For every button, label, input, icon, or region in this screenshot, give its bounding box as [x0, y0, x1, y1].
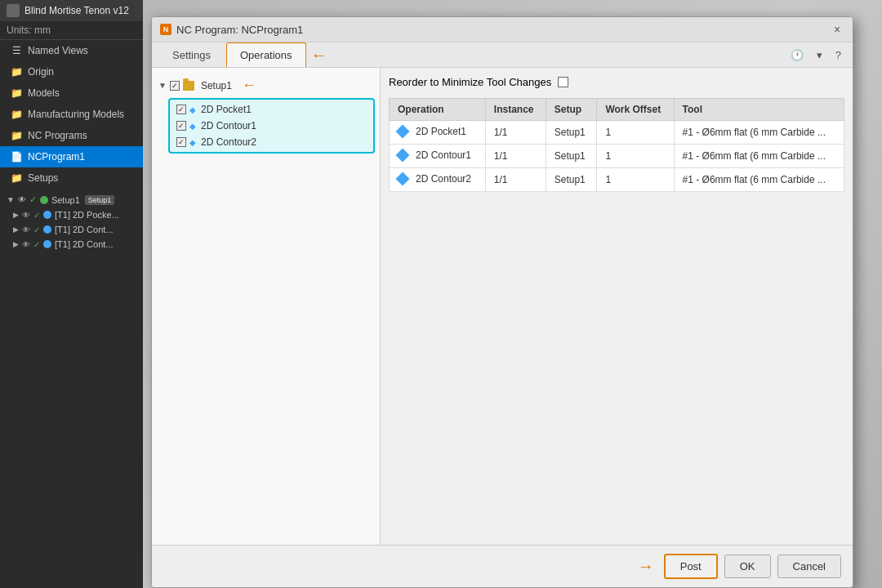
eye-icon-2: 👁 [22, 225, 30, 234]
sidebar-item-named-views[interactable]: ☰ Named Views [0, 40, 143, 61]
sidebar-tree: ▼ 👁 ✓ Setup1 Setup1 ▶ 👁 ✓ [T1] 2D Pocke.… [0, 189, 143, 255]
cell-setup: Setup1 [546, 121, 597, 145]
nc-tree-contour1[interactable]: ✓ ◆ 2D Contour1 [170, 118, 373, 134]
eye-icon: 👁 [18, 195, 26, 204]
app-icon [7, 4, 20, 17]
operations-table: Operation Instance Setup Work Offset Too… [389, 98, 844, 192]
sidebar-item-setups[interactable]: 📁 Setups [0, 167, 143, 189]
setup1-label: Setup1 [201, 80, 232, 91]
tree-contour2[interactable]: ▶ 👁 ✓ [T1] 2D Cont... [0, 237, 143, 252]
table-row[interactable]: 2D Pocket11/1Setup11#1 - Ø6mm flat (6 mm… [390, 121, 844, 145]
cell-operation: 2D Contour1 [390, 145, 486, 168]
nc-programs-icon: 📁 [10, 129, 23, 142]
tree-expand-2: ▶ [13, 225, 19, 234]
cell-tool: #1 - Ø6mm flat (6 mm Carbide ... [674, 168, 844, 192]
diamond-icon [396, 149, 410, 163]
check-icon-3: ✓ [33, 240, 40, 249]
table-row[interactable]: 2D Contour21/1Setup11#1 - Ø6mm flat (6 m… [390, 168, 844, 192]
app-title: Blind Mortise Tenon v12 [24, 5, 129, 16]
col-instance: Instance [485, 99, 546, 121]
modal-title-text: NC Program: NCProgram1 [176, 24, 303, 36]
tree-expand-3: ▶ [13, 240, 19, 248]
check-icon-2: ✓ [33, 225, 40, 234]
col-tool: Tool [674, 99, 844, 121]
eye-icon-3: 👁 [22, 240, 30, 249]
sidebar-label-mfg: Manufacturing Models [28, 109, 124, 120]
pocket-checkbox[interactable]: ✓ [176, 105, 186, 114]
close-button[interactable]: × [830, 22, 844, 37]
cell-setup: Setup1 [546, 145, 597, 168]
post-button[interactable]: Post [664, 554, 718, 579]
units-label: Units: mm [0, 21, 143, 40]
cell-instance: 1/1 [485, 121, 546, 145]
sidebar-label-named-views: Named Views [28, 45, 88, 56]
status-dot-1 [43, 211, 51, 219]
ok-button[interactable]: OK [724, 555, 771, 578]
contour1-label: 2D Contour1 [201, 120, 256, 131]
tree-contour1[interactable]: ▶ 👁 ✓ [T1] 2D Cont... [0, 222, 143, 237]
check-icon: ✓ [29, 194, 37, 205]
cell-tool: #1 - Ø6mm flat (6 mm Carbide ... [674, 145, 844, 168]
status-dot [40, 196, 48, 204]
modal-app-icon: N [160, 24, 172, 35]
tree-setup1[interactable]: ▼ 👁 ✓ Setup1 Setup1 [0, 192, 143, 207]
setup1-tree-label: Setup1 [51, 195, 80, 205]
arrow-to-operations-tab: ← [311, 46, 327, 65]
help-icon-btn[interactable]: ? [831, 47, 846, 64]
modal-body: ▼ ✓ Setup1 ← ✓ ◆ 2D Pocket1 ✓ ◆ 2D Conto… [152, 68, 853, 545]
cell-setup: Setup1 [546, 168, 597, 192]
children-box: ✓ ◆ 2D Pocket1 ✓ ◆ 2D Contour1 ✓ ◆ 2D Co… [168, 98, 375, 154]
contour1-diamond-icon: ◆ [189, 122, 196, 131]
operations-panel: Reorder to Minimize Tool Changes Operati… [381, 68, 853, 545]
tree-pocket[interactable]: ▶ 👁 ✓ [T1] 2D Pocke... [0, 207, 143, 222]
modal-footer: → Post OK Cancel [152, 545, 853, 587]
contour1-tree-label: [T1] 2D Cont... [55, 225, 114, 234]
named-views-icon: ☰ [10, 44, 23, 57]
reorder-checkbox[interactable] [558, 77, 568, 87]
collapse-arrow: ▼ [7, 195, 15, 204]
reorder-row: Reorder to Minimize Tool Changes [389, 76, 844, 88]
diamond-icon [396, 125, 410, 139]
ncprogram-icon: 📄 [10, 150, 23, 163]
sidebar-label-origin: Origin [28, 66, 54, 78]
arrow-to-post-icon: → [638, 557, 654, 576]
mfg-models-icon: 📁 [10, 108, 23, 121]
tab-operations[interactable]: Operations [226, 42, 306, 67]
clock-icon-btn[interactable]: 🕐 [786, 47, 808, 64]
pocket-diamond-icon: ◆ [189, 105, 196, 114]
nc-tree-pocket[interactable]: ✓ ◆ 2D Pocket1 [170, 101, 373, 118]
cell-instance: 1/1 [485, 145, 546, 168]
col-work-offset: Work Offset [597, 99, 674, 121]
nc-tree-setup1[interactable]: ▼ ✓ Setup1 ← [152, 74, 380, 96]
contour1-checkbox[interactable]: ✓ [176, 121, 186, 131]
table-row[interactable]: 2D Contour11/1Setup11#1 - Ø6mm flat (6 m… [390, 145, 844, 168]
cell-tool: #1 - Ø6mm flat (6 mm Carbide ... [674, 121, 844, 145]
diamond-icon [396, 172, 410, 186]
sidebar-item-manufacturing-models[interactable]: 📁 Manufacturing Models [0, 104, 143, 125]
nc-program-dialog: N NC Program: NCProgram1 × Settings Oper… [151, 16, 853, 588]
sidebar-item-nc-programs[interactable]: 📁 NC Programs [0, 125, 143, 146]
setup1-folder-icon [183, 81, 194, 91]
status-dot-3 [43, 240, 51, 248]
dropdown-icon-btn[interactable]: ▾ [812, 47, 827, 64]
contour2-diamond-icon: ◆ [189, 138, 196, 147]
sidebar-item-origin[interactable]: 📁 Origin [0, 61, 143, 82]
eye-icon-1: 👁 [22, 211, 30, 220]
setups-icon: 📁 [10, 172, 23, 185]
col-operation: Operation [390, 99, 486, 121]
contour2-label: 2D Contour2 [201, 136, 256, 148]
cancel-button[interactable]: Cancel [777, 555, 841, 578]
modal-titlebar: N NC Program: NCProgram1 × [152, 17, 853, 42]
sidebar-item-models[interactable]: 📁 Models [0, 82, 143, 104]
contour2-checkbox[interactable]: ✓ [176, 137, 186, 147]
pocket-tree-label: [T1] 2D Pocke... [55, 210, 119, 220]
cell-work-offset: 1 [597, 145, 674, 168]
cell-work-offset: 1 [597, 168, 674, 192]
setup-badge: Setup1 [85, 195, 115, 205]
tab-settings[interactable]: Settings [158, 42, 225, 67]
nc-tree-contour2[interactable]: ✓ ◆ 2D Contour2 [170, 134, 373, 150]
operations-tree-panel: ▼ ✓ Setup1 ← ✓ ◆ 2D Pocket1 ✓ ◆ 2D Conto… [152, 68, 381, 545]
sidebar-item-ncprogram1[interactable]: 📄 NCProgram1 [0, 146, 143, 167]
tree-expand-1: ▶ [13, 211, 19, 219]
setup1-checkbox[interactable]: ✓ [170, 81, 180, 91]
